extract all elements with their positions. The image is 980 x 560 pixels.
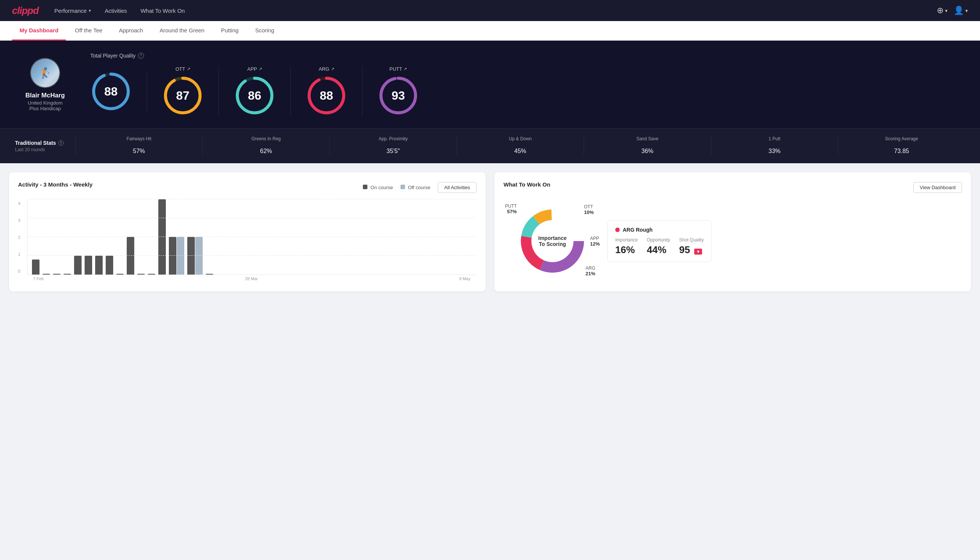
bar-group [206, 274, 213, 275]
trend-up-icon: ↗ [404, 67, 407, 72]
add-button[interactable]: ⊕ ▾ [937, 6, 948, 15]
tab-scoring[interactable]: Scoring [248, 21, 282, 41]
stat-sand-save: Sand Save 36% [584, 136, 711, 156]
bar-group [137, 274, 145, 275]
bottom-panels: Activity - 3 Months - Weekly On course O… [0, 163, 980, 300]
shot-quality-badge: ▼ [694, 248, 702, 255]
bar-group [85, 256, 92, 275]
avatar-image: 🏌️ [31, 59, 60, 87]
nav-items: Performance ▾ Activities What To Work On [54, 0, 922, 21]
score-arg-value: 88 [319, 89, 333, 103]
ott-label: OTT 10% [584, 204, 594, 215]
what-to-work-on-panel: What To Work On View Dashboard Im [494, 172, 971, 292]
user-icon: 👤 [954, 6, 964, 15]
help-icon[interactable]: ? [138, 53, 144, 59]
avatar: 🏌️ [30, 58, 60, 88]
trend-up-icon: ↗ [331, 67, 334, 72]
bar-group [63, 274, 71, 275]
stats-subtitle: Last 20 rounds [15, 147, 75, 152]
circle-app: 86 [234, 75, 275, 116]
donut-center-text: Importance To Scoring [538, 235, 566, 247]
chart-legend: On course Off course [363, 185, 430, 190]
stat-app-proximity: App. Proximity 35'5" [329, 136, 456, 156]
info-card-title-text: ARG Rough [623, 227, 652, 233]
tab-off-the-tee[interactable]: Off the Tee [67, 21, 110, 41]
app-label: APP 12% [590, 236, 600, 247]
chart-area [27, 200, 476, 275]
player-name: Blair McHarg [26, 92, 65, 99]
score-circles: 88 OTT ↗ 87 APP [90, 66, 965, 116]
score-app: APP ↗ 86 [219, 66, 291, 116]
trend-up-icon: ↗ [259, 67, 262, 72]
stat-fairways-hit: Fairways Hit 57% [75, 136, 202, 156]
metric-shot-quality: Shot Quality 95 ▼ [679, 237, 704, 256]
x-axis-labels: 7 Feb 28 Mar 9 May [27, 275, 476, 281]
metric-importance: Importance 16% [615, 237, 638, 256]
bar-group [95, 256, 103, 275]
tab-approach[interactable]: Approach [111, 21, 150, 41]
view-dashboard-button[interactable]: View Dashboard [913, 182, 962, 193]
bar-group [32, 260, 40, 275]
nav-item-activities[interactable]: Activities [104, 0, 128, 21]
score-ott: OTT ↗ 87 [147, 66, 219, 116]
bar-group [106, 256, 113, 275]
bar-group [148, 274, 155, 275]
stats-section: Traditional Stats ? Last 20 rounds Fairw… [0, 128, 980, 163]
user-menu[interactable]: 👤 ▾ [954, 6, 968, 15]
chevron-down-icon: ▾ [89, 8, 91, 13]
stat-scoring-average: Scoring Average 73.85 [838, 136, 965, 156]
bar-on-course [32, 260, 40, 275]
circle-putt: 93 [378, 75, 419, 116]
wtwon-title: What To Work On [504, 181, 550, 188]
chevron-down-icon: ▾ [945, 8, 948, 13]
player-country: United Kingdom [28, 100, 63, 106]
tab-my-dashboard[interactable]: My Dashboard [12, 21, 66, 41]
bars-container [27, 200, 476, 275]
tab-around-the-green[interactable]: Around the Green [152, 21, 212, 41]
logo[interactable]: clippd [12, 5, 39, 17]
arg-label: ARG 21% [586, 265, 595, 277]
circle-ott: 87 [162, 75, 203, 116]
bar-group [169, 237, 184, 275]
circle-total: 88 [90, 71, 131, 112]
info-card: ARG Rough Importance 16% Opportunity 44% [607, 220, 712, 262]
score-putt-value: 93 [391, 89, 405, 103]
on-course-dot [363, 185, 368, 189]
quality-title: Total Player Quality ? [90, 53, 965, 59]
tabs-bar: My Dashboard Off the Tee Approach Around… [0, 21, 980, 41]
bar-group [187, 237, 203, 275]
quality-section: Total Player Quality ? 88 OTT ↗ [90, 53, 965, 116]
putt-label: PUTT 57% [505, 203, 517, 214]
stat-items: Fairways Hit 57% Greens In Reg 62% App. … [75, 136, 965, 156]
donut-chart-container: Importance To Scoring PUTT 57% OTT 10% A… [504, 200, 601, 282]
chevron-down-icon: ▾ [965, 8, 968, 13]
nav-item-what-to-work-on[interactable]: What To Work On [140, 0, 186, 21]
score-putt: PUTT ↗ 93 [363, 66, 434, 116]
stat-up-and-down: Up & Down 45% [456, 136, 584, 156]
off-course-dot [401, 185, 405, 189]
y-axis: 0 1 2 3 4 [18, 200, 20, 275]
stat-greens-in-reg: Greens In Reg 62% [202, 136, 329, 156]
stats-help-icon[interactable]: ? [58, 140, 63, 145]
nav-item-performance[interactable]: Performance ▾ [54, 0, 92, 21]
bar-group [127, 237, 134, 275]
score-total-value: 88 [104, 84, 118, 98]
red-dot-icon [615, 228, 620, 232]
wtwon-content: Importance To Scoring PUTT 57% OTT 10% A… [504, 200, 962, 282]
all-activities-button[interactable]: All Activities [438, 182, 476, 193]
tab-putting[interactable]: Putting [214, 21, 246, 41]
wtwon-header: What To Work On View Dashboard [504, 181, 962, 194]
chart-header: Activity - 3 Months - Weekly On course O… [18, 181, 476, 194]
player-info: 🏌️ Blair McHarg United Kingdom Plus Hand… [15, 58, 75, 111]
nav-right: ⊕ ▾ 👤 ▾ [937, 6, 968, 15]
activity-chart-panel: Activity - 3 Months - Weekly On course O… [9, 172, 486, 292]
bar-group [116, 274, 124, 275]
info-metrics: Importance 16% Opportunity 44% Shot Qual… [615, 237, 704, 256]
stat-1-putt: 1 Putt 33% [711, 136, 838, 156]
score-arg: ARG ↗ 88 [291, 66, 363, 116]
chart-title: Activity - 3 Months - Weekly [18, 181, 93, 188]
plus-circle-icon: ⊕ [937, 6, 943, 15]
score-app-value: 86 [248, 89, 261, 103]
score-total: 88 [90, 71, 147, 112]
top-nav: clippd Performance ▾ Activities What To … [0, 0, 980, 21]
